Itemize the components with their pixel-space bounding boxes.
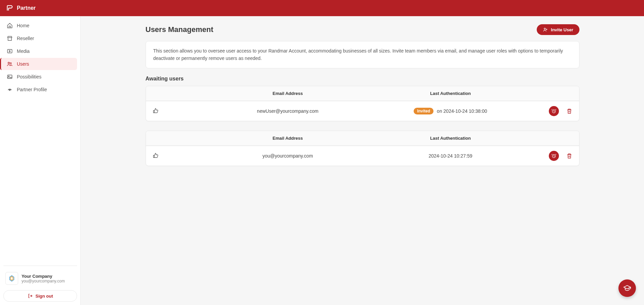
company-email: you@yourcompany.com [22, 279, 65, 283]
alarm-icon [551, 108, 557, 114]
table-row: newUser@yourcompany.com Invited on 2024-… [146, 101, 579, 121]
svg-rect-0 [7, 49, 12, 53]
invite-user-label: Invite User [551, 27, 573, 32]
row-actions [532, 106, 572, 116]
svg-point-6 [544, 28, 545, 29]
sign-out-icon [28, 293, 33, 299]
sidebar-item-reseller[interactable]: Reseller [3, 32, 77, 44]
thumbs-up-icon [153, 152, 159, 159]
sidebar-item-label: Home [17, 23, 29, 28]
active-users-table: Email Address Last Authentication you@yo… [146, 131, 579, 166]
col-last-auth: Last Authentication [369, 91, 532, 96]
top-header: Partner [0, 0, 644, 16]
svg-point-5 [9, 90, 10, 91]
page-header: Users Management Invite User [146, 24, 579, 35]
table-header: Email Address Last Authentication [146, 131, 579, 146]
home-icon [7, 23, 13, 29]
svg-rect-3 [7, 75, 12, 79]
company-card[interactable]: Your Company you@yourcompany.com [3, 270, 77, 287]
invite-user-button[interactable]: Invite User [537, 24, 579, 35]
sidebar-item-label: Users [17, 61, 29, 67]
alarm-icon [551, 153, 557, 159]
trash-icon [566, 108, 572, 114]
cell-last-auth: Invited on 2024-10-24 10:38:00 [369, 108, 532, 114]
graduation-cap-icon [623, 284, 631, 292]
svg-point-2 [10, 63, 11, 64]
sidebar-item-label: Reseller [17, 36, 34, 41]
store-icon [7, 35, 13, 41]
last-auth-text: on 2024-10-24 10:38:00 [437, 108, 487, 114]
table-row: you@yourcompany.com 2024-10-24 10:27:59 [146, 146, 579, 166]
svg-point-1 [8, 62, 10, 64]
remind-button[interactable] [549, 106, 559, 116]
sign-out-button[interactable]: Sign out [3, 290, 77, 302]
brand-logo[interactable]: Partner [6, 4, 36, 12]
delete-button[interactable] [566, 108, 572, 114]
main-content: Users Management Invite User This sectio… [81, 16, 644, 305]
help-fab[interactable] [618, 279, 636, 297]
cell-last-auth: 2024-10-24 10:27:59 [369, 153, 532, 159]
col-email: Email Address [206, 136, 369, 141]
sidebar-item-label: Media [17, 48, 30, 54]
brand-name: Partner [17, 5, 36, 11]
info-text: This section allows you to oversee user … [153, 48, 563, 61]
table-header: Email Address Last Authentication [146, 86, 579, 101]
sidebar: Home Reseller Media Users Possibilities … [0, 16, 81, 305]
sidebar-item-label: Possibilities [17, 74, 41, 79]
company-name: Your Company [22, 274, 65, 279]
sidebar-nav: Home Reseller Media Users Possibilities … [3, 20, 77, 266]
col-email: Email Address [206, 91, 369, 96]
approve-cell [153, 152, 206, 160]
sidebar-item-label: Partner Profile [17, 87, 47, 92]
awaiting-users-title: Awaiting users [146, 76, 579, 82]
user-plus-icon [543, 27, 548, 32]
cell-email: newUser@yourcompany.com [206, 108, 369, 114]
approve-cell [153, 108, 206, 115]
logo-icon [6, 4, 13, 12]
last-auth-text: 2024-10-24 10:27:59 [429, 153, 472, 159]
sign-out-label: Sign out [36, 294, 53, 299]
awaiting-users-table: Email Address Last Authentication newUse… [146, 86, 579, 121]
col-last-auth: Last Authentication [369, 136, 532, 141]
sidebar-item-possibilities[interactable]: Possibilities [3, 71, 77, 83]
broadcast-icon [7, 87, 13, 93]
company-logo [5, 272, 18, 285]
company-logo-icon [8, 275, 15, 282]
sidebar-item-media[interactable]: Media [3, 45, 77, 57]
sidebar-item-partner-profile[interactable]: Partner Profile [3, 83, 77, 96]
thumbs-up-icon [153, 108, 159, 114]
invited-badge: Invited [414, 108, 433, 114]
delete-button[interactable] [566, 153, 572, 159]
media-icon [7, 48, 13, 54]
cell-email: you@yourcompany.com [206, 153, 369, 159]
image-icon [7, 74, 13, 80]
page-title: Users Management [146, 25, 214, 34]
sidebar-footer: Your Company you@yourcompany.com Sign ou… [3, 266, 77, 302]
trash-icon [566, 153, 572, 159]
users-icon [7, 61, 13, 67]
remind-button[interactable] [549, 151, 559, 161]
sidebar-item-home[interactable]: Home [3, 20, 77, 32]
row-actions [532, 151, 572, 161]
sidebar-item-users[interactable]: Users [0, 58, 77, 70]
info-card: This section allows you to oversee user … [146, 41, 579, 68]
